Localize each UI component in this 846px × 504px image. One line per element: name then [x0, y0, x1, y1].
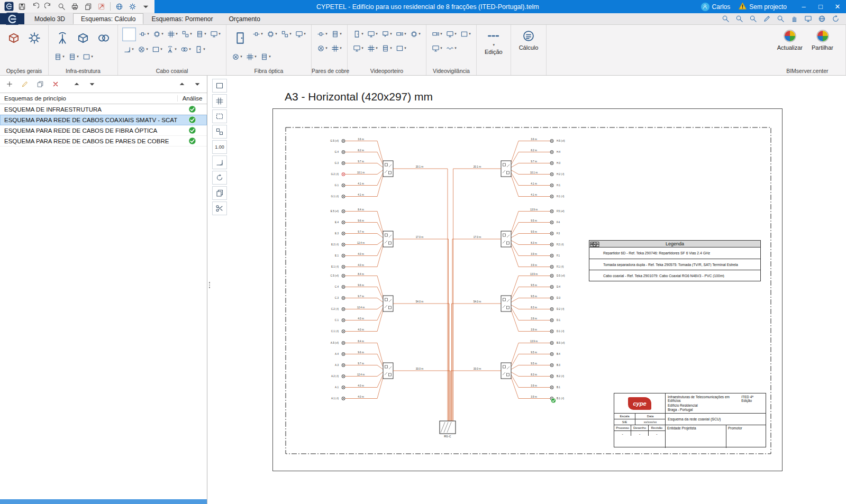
scroll-down-button[interactable] [192, 79, 203, 89]
redo-button[interactable] [42, 1, 54, 12]
add-schema-button[interactable] [4, 79, 15, 89]
web-icon[interactable] [816, 14, 827, 24]
search-button[interactable] [56, 1, 68, 12]
save-button[interactable] [16, 1, 28, 12]
slope-tool[interactable] [212, 155, 227, 169]
antenna-system-button[interactable] [53, 28, 72, 49]
coax-network-button[interactable]: ▾ [122, 43, 135, 56]
zoom-search-icon[interactable] [775, 14, 786, 24]
project-status-chip[interactable]: Sem projecto [739, 2, 787, 12]
print-button[interactable] [69, 1, 81, 12]
zoom-window-icon[interactable] [734, 14, 744, 24]
coax-distributor-button[interactable]: ▾ [151, 43, 163, 56]
coax-select-tool[interactable] [122, 28, 136, 41]
delete-schema-button[interactable] [50, 79, 61, 89]
cut-tool[interactable] [212, 201, 227, 215]
vp-monitor-button[interactable]: ▾ [366, 28, 379, 40]
fo-amplifier-button[interactable]: ▾ [294, 28, 307, 40]
fo-splice-button[interactable]: ▾ [245, 50, 258, 63]
schema-row[interactable]: ESQUEMA PARA REDE DE CABOS DE FIBRA ÓPTI… [0, 125, 207, 136]
splitter-handle[interactable] [208, 281, 211, 289]
app-logo-icon[interactable] [3, 1, 15, 12]
sheet-tool[interactable] [212, 186, 227, 200]
scroll-up-button[interactable] [177, 79, 187, 89]
cctv-recorder-button[interactable]: ▾ [459, 28, 472, 40]
tab-modelo-3d[interactable]: Modelo 3D [26, 13, 73, 24]
coax-cable-button[interactable]: ▾ [138, 28, 150, 40]
coax-headend-button[interactable]: ▾ [179, 43, 192, 56]
ati-cabinet-button[interactable]: ▾ [67, 50, 80, 63]
vp-phone-button[interactable]: ▾ [380, 28, 393, 40]
schema-row[interactable]: ESQUEMA DE INFRAESTRUTURA [0, 104, 207, 115]
web-resources-button[interactable] [113, 1, 125, 12]
general-options-button[interactable] [25, 28, 44, 49]
sync-icon[interactable] [830, 14, 841, 24]
fo-outlet-button[interactable]: ▾ [231, 50, 243, 63]
edit-line-style-button[interactable]: ▾Edição [481, 28, 506, 57]
edit-schema-button[interactable] [20, 79, 30, 89]
library-button[interactable] [82, 1, 94, 12]
vp-power-button[interactable]: ▾ [395, 42, 407, 54]
coax-amplifier-button[interactable]: ▾ [209, 28, 222, 40]
coax-meter-button[interactable]: ▾ [194, 43, 206, 56]
user-chip[interactable]: Carlos [701, 3, 731, 11]
redraw-icon[interactable] [761, 14, 772, 24]
vp-keypad-button[interactable]: ▾ [366, 42, 379, 54]
vp-box-button[interactable]: ▾ [380, 42, 393, 54]
cctv-camera-button[interactable]: ▾ [431, 28, 443, 40]
objects-tool[interactable] [212, 125, 227, 139]
minimize-button[interactable]: – [795, 0, 812, 13]
vp-camera-button[interactable]: ▾ [395, 28, 407, 40]
export-button[interactable] [95, 1, 107, 12]
app-menu-button[interactable] [0, 13, 24, 24]
partilhar-button[interactable]: Partilhar [808, 28, 837, 52]
drawing-canvas[interactable]: 1.00 A3 - Horizontal (420x297) mm G.5 (+… [207, 76, 846, 504]
configuration-button[interactable] [126, 1, 139, 12]
duplicate-schema-button[interactable] [35, 79, 46, 89]
fo-cable-button[interactable]: ▾ [251, 28, 264, 40]
project-config-button[interactable] [4, 28, 23, 49]
zoom-text-icon[interactable] [720, 14, 731, 24]
grid-tool[interactable] [212, 94, 227, 108]
cctv-router-button[interactable]: ▾ [445, 42, 458, 54]
tab-esquemas-c-lculo[interactable]: Esquemas: Cálculo [73, 13, 143, 24]
cctv-screen-button[interactable]: ▾ [431, 42, 443, 54]
ate-cabinet-button[interactable]: ▾ [53, 50, 66, 63]
vp-screen-button[interactable]: ▾ [352, 42, 365, 54]
enclosures-button[interactable] [74, 28, 93, 49]
fo-enclosure-button[interactable] [231, 28, 250, 49]
orbit-tool[interactable] [212, 171, 227, 185]
vp-entry-panel-button[interactable]: ▾ [352, 28, 365, 40]
move-down-button[interactable] [87, 79, 97, 89]
close-button[interactable]: ✕ [829, 0, 846, 13]
coax-box-button[interactable]: ▾ [195, 28, 207, 40]
undo-button[interactable] [29, 1, 41, 12]
calculate-button[interactable]: Cálculo [515, 28, 542, 52]
tab-esquemas-pormenor[interactable]: Esquemas: Pormenor [143, 13, 221, 24]
customize-toolbar-button[interactable] [140, 1, 152, 12]
coax-derivator-button[interactable]: ▾ [166, 28, 179, 40]
snap-frame-tool[interactable] [212, 109, 227, 123]
vp-module-button[interactable]: ▾ [409, 28, 422, 40]
panel-scrollbar[interactable] [0, 499, 207, 504]
lg-box-button[interactable]: ▾ [81, 50, 94, 63]
schema-row[interactable]: ESQUEMA PARA REDE DE CABOS DE PARES DE C… [0, 136, 207, 146]
maximize-button[interactable]: □ [812, 0, 829, 13]
tab-or-amento[interactable]: Orçamento [221, 13, 268, 24]
fo-connector-button[interactable]: ▾ [280, 28, 293, 40]
fit-screen-icon[interactable] [803, 14, 813, 24]
cctv-monitor-button[interactable]: ▾ [445, 28, 458, 40]
cu-panel-button[interactable]: ▾ [330, 42, 343, 54]
cu-block-button[interactable]: ▾ [330, 28, 343, 40]
scale-tool[interactable]: 1.00 [212, 140, 227, 154]
move-up-button[interactable] [71, 79, 82, 89]
conduits-button[interactable] [94, 28, 113, 49]
select-region-tool[interactable] [212, 79, 227, 93]
cu-outlet-button[interactable]: ▾ [316, 42, 329, 54]
zoom-out-icon[interactable] [748, 14, 758, 24]
pan-icon[interactable] [789, 14, 799, 24]
coax-outlet-button[interactable]: ▾ [137, 43, 149, 56]
fo-splitter-button[interactable]: ▾ [266, 28, 278, 40]
cu-cable-button[interactable]: ▾ [316, 28, 329, 40]
coax-splitter-button[interactable]: ▾ [152, 28, 165, 40]
